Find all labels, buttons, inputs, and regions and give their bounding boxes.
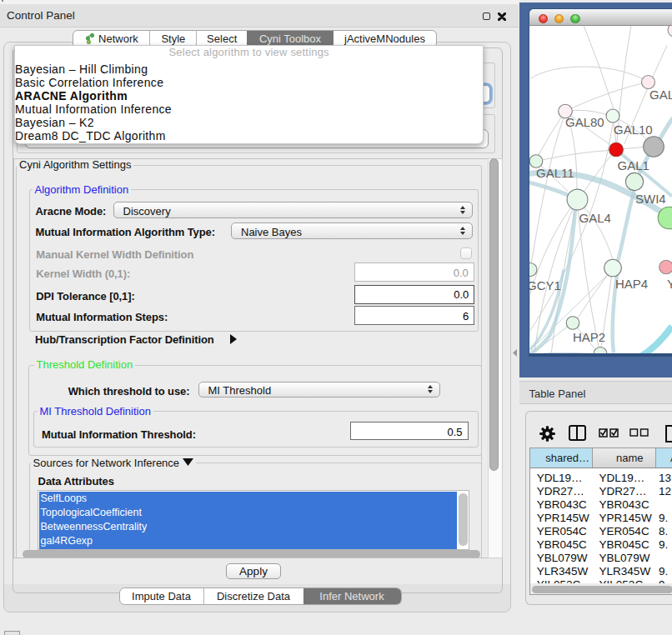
svg-text:GAL1: GAL1 <box>617 158 649 172</box>
svg-text:HAP2: HAP2 <box>573 330 605 344</box>
svg-text:SWI4: SWI4 <box>635 192 666 206</box>
svg-text:GCY1: GCY1 <box>529 278 561 292</box>
svg-text:GAL7: GAL7 <box>649 88 672 102</box>
svg-text:GAL11: GAL11 <box>536 166 574 180</box>
svg-text:GAL80: GAL80 <box>565 115 604 129</box>
svg-text:YEL021W: YEL021W <box>667 277 672 291</box>
svg-text:GAL10: GAL10 <box>614 122 653 137</box>
svg-text:GAL4: GAL4 <box>579 211 610 225</box>
svg-text:HAP4: HAP4 <box>615 277 648 291</box>
